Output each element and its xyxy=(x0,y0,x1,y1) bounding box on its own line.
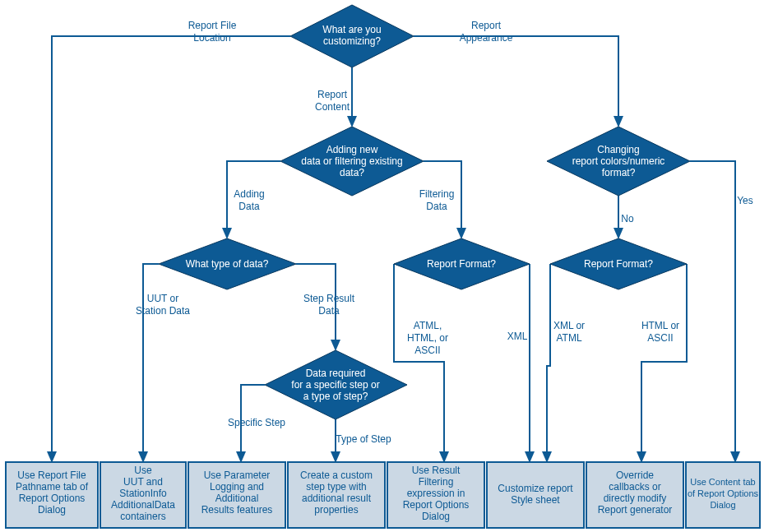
box-custom-step-type: Create a custom step type with additiona… xyxy=(288,462,385,528)
svg-text:UUT and: UUT and xyxy=(123,476,163,488)
svg-text:callbacks or: callbacks or xyxy=(609,481,660,493)
label-no: No xyxy=(621,213,634,224)
decision-colors: Changing report colors/numeric format? xyxy=(547,127,690,196)
edge-appearance xyxy=(414,36,618,126)
svg-text:customizing?: customizing? xyxy=(323,35,381,47)
decision-report-format-2: Report Format? xyxy=(550,238,687,289)
label-filtering-1: Filtering xyxy=(419,188,455,200)
svg-text:additional result: additional result xyxy=(302,493,372,504)
svg-text:Data required: Data required xyxy=(306,368,366,379)
svg-text:containers: containers xyxy=(120,511,165,522)
svg-text:Create a custom: Create a custom xyxy=(300,470,373,481)
decision-required-step: Data required for a specific step or a t… xyxy=(265,350,407,419)
label-xmlatml-2: ATML xyxy=(556,332,581,344)
label-specific: Specific Step xyxy=(228,417,285,428)
label-htmlascii-1: HTML or xyxy=(641,320,679,331)
box-uut-stationinfo: Use UUT and StationInfo AdditionalData c… xyxy=(100,462,186,528)
svg-text:Changing: Changing xyxy=(597,144,639,155)
svg-text:Results features: Results features xyxy=(201,504,273,516)
svg-text:step type with: step type with xyxy=(306,481,366,493)
svg-text:Use Content tab: Use Content tab xyxy=(690,477,756,487)
svg-text:of Report Options: of Report Options xyxy=(688,488,759,498)
label-filtering-2: Data xyxy=(426,201,447,212)
label-content-1: Report xyxy=(317,89,348,100)
svg-text:Report Options: Report Options xyxy=(403,499,470,511)
box-customize-stylesheet: Customize report Style sheet xyxy=(487,462,584,528)
svg-text:Adding new: Adding new xyxy=(326,144,378,155)
label-file-location-2: Location xyxy=(193,32,230,44)
decision-report-format-1: Report Format? xyxy=(394,238,530,289)
svg-text:What are you: What are you xyxy=(322,24,381,35)
label-content-2: Content xyxy=(315,101,350,113)
svg-text:format?: format? xyxy=(602,167,636,178)
svg-text:Report generator: Report generator xyxy=(598,504,673,516)
box-result-filtering: Use Result Filtering expression in Repor… xyxy=(387,462,484,528)
decision-add-or-filter: Adding new data or filtering existing da… xyxy=(280,127,424,196)
svg-text:Dialog: Dialog xyxy=(38,504,66,516)
label-xmlatml-1: XML or xyxy=(553,320,585,331)
svg-text:Dialog: Dialog xyxy=(422,511,450,522)
svg-text:a type of step?: a type of step? xyxy=(303,391,368,402)
label-adding-2: Data xyxy=(238,201,260,212)
label-yes: Yes xyxy=(737,195,753,206)
svg-text:Report Format?: Report Format? xyxy=(584,258,653,270)
label-xml: XML xyxy=(507,331,528,342)
svg-text:Report Format?: Report Format? xyxy=(427,258,496,270)
label-uut-2: Station Data xyxy=(136,305,190,317)
svg-text:Customize report: Customize report xyxy=(498,483,573,494)
svg-text:StationInfo: StationInfo xyxy=(119,488,167,499)
edge-atml xyxy=(394,264,444,461)
decision-root: What are you customizing? xyxy=(290,5,414,67)
label-adding-1: Adding xyxy=(234,188,264,200)
label-appearance-2: Appearance xyxy=(460,32,513,44)
decision-data-type: What type of data? xyxy=(159,238,296,289)
svg-text:Dialog: Dialog xyxy=(710,500,735,510)
label-atml-1: ATML, xyxy=(414,320,442,331)
svg-text:Use Report File: Use Report File xyxy=(17,470,86,481)
svg-text:Override: Override xyxy=(616,470,654,481)
svg-text:Use Result: Use Result xyxy=(412,465,461,476)
svg-text:data or filtering existing: data or filtering existing xyxy=(301,155,402,167)
svg-text:Style sheet: Style sheet xyxy=(511,494,560,506)
box-parameter-logging: Use Parameter Logging and Additional Res… xyxy=(188,462,285,528)
label-uut-1: UUT or xyxy=(147,293,178,304)
svg-text:Logging and: Logging and xyxy=(210,481,264,493)
svg-text:for a specific step or: for a specific step or xyxy=(291,379,379,391)
svg-text:properties: properties xyxy=(314,504,358,516)
edge-yes xyxy=(690,161,735,461)
svg-text:directly modify: directly modify xyxy=(604,493,667,504)
svg-text:data?: data? xyxy=(340,167,364,178)
edge-xmlatml xyxy=(547,264,550,461)
svg-text:Report Options: Report Options xyxy=(19,493,86,504)
label-stepres-2: Data xyxy=(318,305,340,317)
svg-text:report colors/numeric: report colors/numeric xyxy=(572,155,665,167)
svg-text:Use Parameter: Use Parameter xyxy=(204,470,271,481)
label-htmlascii-2: ASCII xyxy=(647,332,673,344)
svg-text:What type of data?: What type of data? xyxy=(186,258,269,270)
label-typeof: Type of Step xyxy=(336,433,391,445)
edge-htmlascii xyxy=(641,264,687,461)
box-content-tab: Use Content tab of Report Options Dialog xyxy=(686,462,760,528)
label-appearance-1: Report xyxy=(471,20,502,31)
svg-text:Use: Use xyxy=(134,465,152,476)
svg-text:AdditionalData: AdditionalData xyxy=(111,499,175,511)
svg-text:Pathname tab of: Pathname tab of xyxy=(16,481,89,493)
label-stepres-1: Step Result xyxy=(303,293,355,304)
box-report-file-pathname: Use Report File Pathname tab of Report O… xyxy=(6,462,98,528)
box-override-callbacks: Override callbacks or directly modify Re… xyxy=(586,462,683,528)
label-file-location-1: Report File xyxy=(188,20,237,31)
label-atml-3: ASCII xyxy=(414,345,440,356)
label-atml-2: HTML, or xyxy=(407,332,448,344)
svg-text:expression in: expression in xyxy=(407,488,465,499)
svg-text:Additional: Additional xyxy=(215,493,259,504)
svg-text:Filtering: Filtering xyxy=(419,476,454,488)
